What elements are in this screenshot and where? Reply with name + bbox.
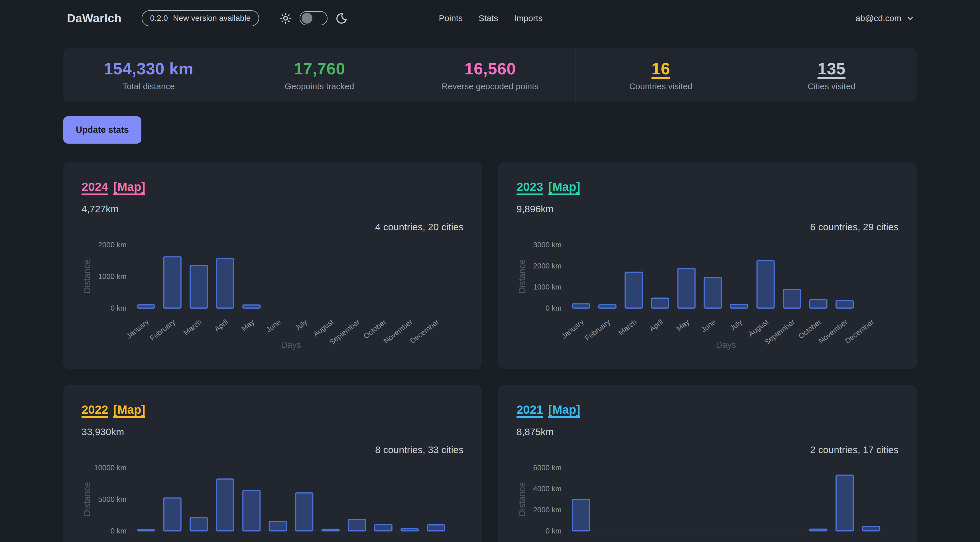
svg-text:January: January	[560, 540, 585, 542]
stat-geopoints-tracked: 17,760 Geopoints tracked	[234, 48, 405, 102]
svg-text:January: January	[124, 318, 151, 340]
map-link-2021[interactable]: [Map]	[548, 403, 580, 416]
year-card-2021: 2021 [Map] 8,875km 2 countries, 17 citie…	[498, 385, 917, 542]
svg-text:May: May	[675, 318, 691, 333]
nav-points[interactable]: Points	[439, 13, 463, 23]
stat-countries-visited: 16 Countries visited	[575, 48, 746, 102]
year-card-2023: 2023 [Map] 9,896km 6 countries, 29 citie…	[498, 162, 917, 369]
year-summary: 2 countries, 17 cities	[517, 444, 899, 455]
countries-visited-link[interactable]: 16	[652, 59, 670, 78]
stat-label: Total distance	[123, 81, 175, 91]
stat-label: Reverse geocoded points	[442, 81, 538, 91]
svg-text:July: July	[293, 540, 309, 542]
cities-visited-link[interactable]: 135	[818, 59, 845, 78]
svg-text:July: July	[728, 318, 744, 332]
map-link-2024[interactable]: [Map]	[113, 180, 145, 194]
svg-text:0 km: 0 km	[546, 304, 562, 312]
user-menu[interactable]: ab@cd.com	[856, 13, 915, 23]
svg-text:April: April	[213, 540, 229, 542]
svg-text:Distance: Distance	[517, 482, 527, 517]
svg-text:April: April	[648, 318, 665, 334]
stat-value: 16,560	[465, 59, 515, 78]
svg-text:March: March	[617, 540, 638, 542]
year-link-2021[interactable]: 2021	[517, 403, 543, 416]
svg-text:Distance: Distance	[82, 259, 92, 294]
card-title: 2024 [Map]	[81, 180, 463, 194]
year-link-2023[interactable]: 2023	[517, 180, 543, 194]
svg-text:January: January	[124, 540, 151, 542]
svg-text:November: November	[382, 540, 414, 542]
stat-label: Geopoints tracked	[285, 81, 354, 91]
svg-text:June: June	[700, 540, 718, 542]
stat-label: Countries visited	[629, 81, 692, 91]
year-link-2022[interactable]: 2022	[81, 403, 108, 416]
header-left: DaWarIch 0.2.0 New version available	[67, 10, 439, 26]
svg-text:May: May	[240, 540, 256, 542]
stat-value: 154,330 km	[104, 59, 194, 78]
year-link-2024[interactable]: 2024	[81, 180, 108, 194]
card-title: 2022 [Map]	[81, 403, 463, 416]
stat-cities-visited: 135 Cities visited	[746, 48, 917, 102]
stat-value: 17,760	[294, 59, 345, 78]
card-title: 2023 [Map]	[517, 180, 899, 194]
svg-text:July: July	[293, 318, 309, 332]
summary-stats-panel: 154,330 km Total distance 17,760 Geopoin…	[63, 48, 917, 102]
svg-text:March: March	[617, 318, 638, 337]
svg-text:April: April	[648, 540, 665, 542]
map-link-2023[interactable]: [Map]	[548, 180, 580, 194]
svg-text:Distance: Distance	[82, 482, 92, 517]
main-nav: Points Stats Imports	[439, 13, 543, 23]
svg-text:0 km: 0 km	[546, 527, 562, 535]
svg-text:August: August	[312, 318, 335, 339]
monthly-distance-chart-2021: Distance0 km2000 km4000 km6000 kmJanuary…	[517, 458, 889, 542]
svg-text:December: December	[409, 318, 441, 345]
svg-text:October: October	[797, 540, 823, 542]
svg-text:November: November	[382, 318, 414, 345]
svg-text:March: March	[182, 540, 203, 542]
card-title: 2021 [Map]	[517, 403, 899, 416]
svg-text:November: November	[817, 318, 849, 345]
version-number: 0.2.0	[150, 14, 168, 23]
svg-text:September: September	[762, 540, 796, 542]
svg-text:August: August	[746, 540, 770, 542]
update-stats-button[interactable]: Update stats	[63, 116, 142, 144]
svg-text:Days: Days	[716, 340, 736, 350]
year-card-2024: 2024 [Map] 4,727km 4 countries, 20 citie…	[63, 162, 482, 369]
theme-toggle[interactable]	[299, 11, 328, 25]
toggle-knob	[302, 13, 312, 24]
nav-imports[interactable]: Imports	[514, 13, 542, 23]
svg-text:May: May	[675, 540, 691, 542]
year-distance: 8,875km	[517, 426, 899, 437]
svg-text:June: June	[264, 540, 283, 542]
stats-page: 154,330 km Total distance 17,760 Geopoin…	[0, 48, 980, 542]
year-summary: 4 countries, 20 cities	[81, 221, 463, 232]
year-distance: 33,930km	[81, 426, 463, 437]
header-right: ab@cd.com	[542, 13, 915, 23]
svg-text:3000 km: 3000 km	[533, 240, 562, 249]
svg-text:August: August	[746, 318, 770, 339]
year-distance: 4,727km	[81, 203, 463, 215]
map-link-2022[interactable]: [Map]	[113, 403, 145, 416]
stat-label: Cities visited	[808, 81, 856, 91]
svg-text:November: November	[817, 540, 849, 542]
svg-text:April: April	[213, 318, 229, 334]
monthly-distance-chart-2022: Distance0 km5000 km10000 kmJanuaryFebrua…	[81, 458, 454, 542]
svg-text:February: February	[583, 318, 612, 343]
version-badge[interactable]: 0.2.0 New version available	[142, 10, 259, 26]
svg-text:February: February	[148, 318, 177, 343]
year-summary: 8 countries, 33 cities	[81, 444, 463, 455]
svg-text:December: December	[843, 318, 876, 345]
svg-text:June: June	[264, 318, 283, 334]
svg-text:1000 km: 1000 km	[533, 283, 562, 291]
svg-text:December: December	[409, 540, 441, 542]
svg-text:0 km: 0 km	[111, 527, 127, 535]
svg-text:2000 km: 2000 km	[533, 262, 562, 270]
svg-text:2000 km: 2000 km	[533, 505, 562, 514]
nav-stats[interactable]: Stats	[479, 13, 498, 23]
monthly-distance-chart-2024: Distance0 km1000 km2000 kmJanuaryFebruar…	[81, 235, 454, 364]
svg-text:May: May	[240, 318, 256, 333]
year-card-2022: 2022 [Map] 33,930km 8 countries, 33 citi…	[63, 385, 482, 542]
app-logo[interactable]: DaWarIch	[67, 12, 122, 25]
user-email: ab@cd.com	[856, 13, 901, 23]
svg-text:6000 km: 6000 km	[533, 463, 562, 472]
